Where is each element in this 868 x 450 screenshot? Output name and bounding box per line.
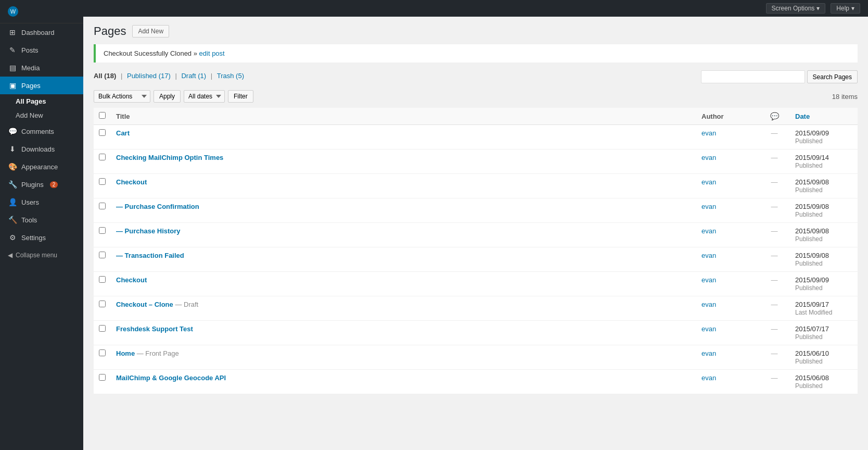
row-checkbox[interactable] [99, 325, 106, 332]
bulk-actions-select[interactable]: Bulk Actions Edit Move to Trash [94, 90, 150, 103]
author-link[interactable]: evan [701, 129, 716, 137]
screen-options-label: Screen Options [772, 5, 815, 12]
sidebar-item-media[interactable]: ▤ Media [0, 59, 83, 77]
sidebar-item-comments[interactable]: 💬 Comments [0, 122, 83, 140]
comment-count: — [771, 301, 778, 308]
author-link[interactable]: evan [701, 227, 716, 235]
date-status: Published [795, 358, 823, 365]
sidebar-item-plugins[interactable]: 🔧 Plugins 2 [0, 176, 83, 193]
comments-header: 💬 [759, 108, 790, 125]
plugins-icon: 🔧 [8, 180, 17, 189]
page-title-link[interactable]: MailChimp & Google Geocode API [116, 374, 226, 382]
date-text: 2015/07/17 [795, 325, 829, 333]
page-title-link[interactable]: Checking MailChimp Optin Times [116, 154, 223, 161]
date-status: Published [795, 260, 823, 267]
media-icon: ▤ [8, 64, 17, 72]
posts-icon: ✎ [8, 46, 17, 54]
help-button[interactable]: Help ▾ [831, 3, 860, 14]
appearance-icon: 🎨 [8, 162, 17, 171]
date-status: Published [795, 138, 823, 145]
sidebar-item-label: Dashboard [21, 29, 55, 36]
page-title-link[interactable]: — Purchase Confirmation [116, 203, 199, 210]
page-title-link[interactable]: — Purchase History [116, 227, 181, 235]
comment-count: — [771, 227, 778, 235]
pages-icon: ▣ [8, 81, 17, 90]
author-link[interactable]: evan [701, 301, 716, 308]
success-notice: Checkout Sucessfully Cloned » edit post [94, 44, 858, 63]
date-sort-link[interactable]: Date [795, 113, 810, 120]
row-checkbox[interactable] [99, 374, 106, 381]
search-button[interactable]: Search Pages [807, 70, 858, 83]
author-link[interactable]: evan [701, 349, 716, 357]
users-icon: 👤 [8, 198, 17, 206]
sidebar-item-label: Plugins [21, 181, 44, 189]
date-text: 2015/09/08 [795, 178, 829, 186]
author-link[interactable]: evan [701, 252, 716, 259]
sidebar-item-dashboard[interactable]: ⊞ Dashboard [0, 23, 83, 41]
draft-label: — Draft [175, 301, 198, 308]
help-label: Help [836, 5, 849, 12]
page-title-link[interactable]: Cart [116, 129, 130, 137]
sidebar-item-label: Settings [21, 234, 46, 242]
sidebar-item-users[interactable]: 👤 Users [0, 193, 83, 211]
row-checkbox[interactable] [99, 154, 106, 160]
sidebar-item-settings[interactable]: ⚙ Settings [0, 229, 83, 246]
collapse-menu[interactable]: ◀ Collapse menu [0, 246, 83, 264]
filter-links: All (18) | Published (17) | Draft (1) | … [94, 72, 244, 80]
row-checkbox[interactable] [99, 227, 106, 234]
filter-trash[interactable]: Trash (5) [217, 72, 244, 80]
sidebar-item-tools[interactable]: 🔨 Tools [0, 211, 83, 229]
row-checkbox[interactable] [99, 203, 106, 209]
comment-count: — [771, 129, 778, 137]
filter-draft[interactable]: Draft (1) [181, 72, 206, 80]
row-checkbox[interactable] [99, 276, 106, 283]
select-all-checkbox[interactable] [99, 112, 106, 119]
sidebar-item-pages[interactable]: ▣ Pages [0, 77, 83, 94]
page-title-link[interactable]: Checkout [116, 276, 147, 284]
wordpress-icon: W [8, 6, 18, 17]
author-link[interactable]: evan [701, 178, 716, 186]
sidebar-item-posts[interactable]: ✎ Posts [0, 41, 83, 59]
author-link[interactable]: evan [701, 374, 716, 382]
row-checkbox[interactable] [99, 178, 106, 185]
collapse-label: Collapse menu [16, 252, 57, 259]
sidebar-subitem-add-new[interactable]: Add New [0, 108, 83, 122]
page-title-link[interactable]: Checkout – Clone [116, 301, 173, 308]
date-status: Published [795, 284, 823, 292]
apply-button[interactable]: Apply [154, 90, 181, 103]
page-title: Pages [94, 24, 126, 38]
date-text: 2015/09/08 [795, 227, 829, 235]
screen-options-button[interactable]: Screen Options ▾ [766, 3, 826, 14]
add-new-button[interactable]: Add New [132, 25, 169, 38]
table-row: — Transaction FailedEdit | Quick Edit | … [94, 247, 858, 272]
sidebar-subitem-all-pages[interactable]: All Pages [0, 94, 83, 108]
row-checkbox[interactable] [99, 252, 106, 258]
author-link[interactable]: evan [701, 325, 716, 333]
filter-all[interactable]: All (18) [94, 72, 116, 80]
filter-button[interactable]: Filter [228, 90, 253, 103]
sidebar: W ⊞ Dashboard ✎ Posts ▤ Media ▣ Pages Al… [0, 0, 83, 450]
page-title-link[interactable]: Freshdesk Support Test [116, 325, 193, 333]
author-link[interactable]: evan [701, 276, 716, 284]
items-count: 18 items [832, 93, 858, 101]
table-row: CartEdit | Quick Edit | Trash | Preview … [94, 125, 858, 149]
author-link[interactable]: evan [701, 203, 716, 210]
row-checkbox[interactable] [99, 349, 106, 356]
date-text: 2015/09/09 [795, 129, 829, 137]
page-title-link[interactable]: Home [116, 349, 135, 357]
sidebar-item-appearance[interactable]: 🎨 Appearance [0, 158, 83, 176]
page-title-link[interactable]: Checkout [116, 178, 147, 186]
edit-post-link[interactable]: edit post [199, 49, 225, 57]
date-text: 2015/06/08 [795, 374, 829, 382]
author-header: Author [696, 108, 759, 125]
dates-select[interactable]: All dates [184, 90, 225, 103]
filter-published[interactable]: Published (17) [127, 72, 171, 80]
author-link[interactable]: evan [701, 154, 716, 161]
search-input[interactable] [701, 70, 805, 83]
row-checkbox[interactable] [99, 129, 106, 136]
comments-icon: 💬 [8, 127, 17, 135]
row-checkbox[interactable] [99, 301, 106, 307]
page-title-link[interactable]: — Transaction Failed [116, 252, 184, 259]
sidebar-item-downloads[interactable]: ⬇ Downloads [0, 140, 83, 158]
sidebar-item-label: Comments [21, 128, 54, 135]
